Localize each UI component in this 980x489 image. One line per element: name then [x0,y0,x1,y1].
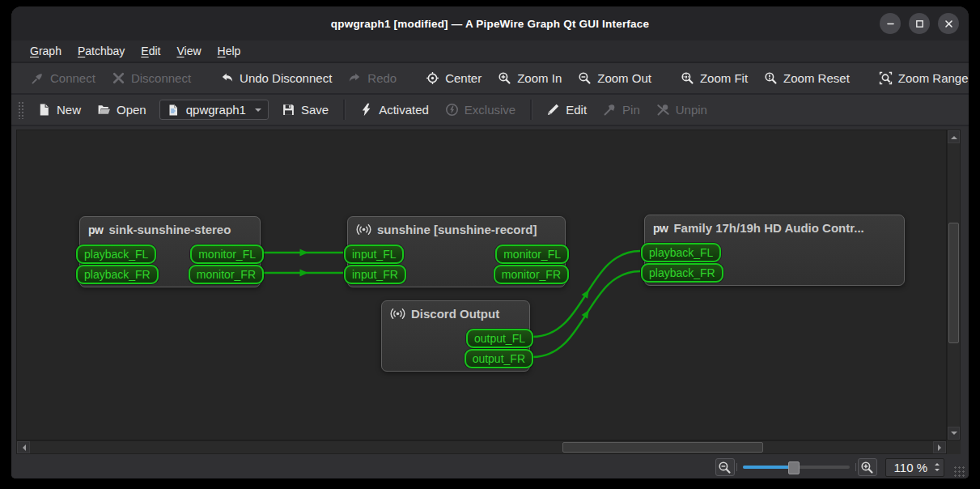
redo-icon [348,71,362,85]
node-discord-output[interactable]: Discord Outputoutput_FLoutput_FR [381,300,530,372]
zoom-reset-button[interactable]: Zoom Reset [756,67,858,89]
menu-graph[interactable]: Graph [23,43,69,59]
port-output-fr[interactable]: output_FR [465,349,533,368]
minimize-button[interactable] [880,13,901,34]
patchbay-file-value: qpwgraph1 [186,103,246,117]
node-title: Family 17h/19h HD Audio Contr... [673,221,863,235]
status-zoom-in-button[interactable] [858,458,877,476]
port-input-fr[interactable]: input_FR [344,265,406,284]
slider-handle[interactable] [788,461,800,474]
minimize-icon [886,19,895,28]
port-playback-fr[interactable]: playback_FR [641,263,723,283]
save-button[interactable]: Save [274,99,337,121]
toolbar-file: NewOpenqpwgraph1SaveActivatedExclusiveEd… [11,95,969,126]
port-playback-fr[interactable]: playback_FR [76,265,159,284]
patchbay-file-select[interactable]: qpwgraph1 [159,100,269,120]
new-button[interactable]: New [29,99,89,121]
slider-tick [855,463,856,471]
arrow-right-icon [938,444,944,451]
activated-button[interactable]: Activated [351,99,437,121]
scroll-right-button[interactable] [933,441,946,453]
edit-button[interactable]: Edit [538,99,595,121]
node-title: sink-sunshine-stereo [108,223,231,236]
unpin-button: Unpin [648,99,715,121]
scroll-down-button[interactable] [948,427,960,440]
document-icon [167,103,180,117]
node-family-17h-19h-hd-audio-contr[interactable]: pwFamily 17h/19h HD Audio Contr...playba… [644,215,905,286]
port-input-fl[interactable]: input_FL [344,244,404,264]
zoom-reset-icon [764,71,778,85]
scroll-up-button[interactable] [948,130,960,143]
status-zoom-out-button[interactable] [715,458,735,476]
toolbar-separator [530,100,532,120]
zoom-spinbox[interactable]: 110 % [885,458,944,477]
step-up-icon [935,461,940,466]
hscroll-thumb[interactable] [562,442,763,453]
port-playback-fl[interactable]: playback_FL [76,244,156,264]
node-header: pwsink-sunshine-stereo [80,217,260,236]
resize-grip[interactable] [953,466,965,477]
zoom-fit-button[interactable]: Zoom Fit [672,67,756,89]
zoom-in-button[interactable]: Zoom In [490,67,570,89]
close-button[interactable] [938,13,959,34]
graph-frame: pwsink-sunshine-stereoplayback_FLplaybac… [16,130,961,454]
menu-patchbay[interactable]: Patchbay [70,43,132,59]
zoom-range-button[interactable]: Zoom Range [871,67,969,89]
graph-canvas[interactable]: pwsink-sunshine-stereoplayback_FLplaybac… [16,130,947,440]
port-output-fl[interactable]: output_FL [466,329,533,348]
node-header: sunshine [sunshine-record] [348,217,565,236]
arrow-up-icon [951,133,957,139]
arrow-left-icon [19,444,26,451]
open-icon [97,103,111,117]
spinbox-steppers[interactable] [935,461,940,474]
undo-disconnect-button[interactable]: Undo Disconnect [212,67,340,89]
zoom-out-button[interactable]: Zoom Out [570,67,660,89]
vscroll-thumb[interactable] [948,223,959,343]
port-playback-fl[interactable]: playback_FL [641,243,721,262]
disconnect-icon [112,71,125,85]
menu-edit[interactable]: Edit [134,43,168,59]
toolbar-main: ConnectDisconnectUndo DisconnectRedoCent… [11,63,969,95]
broadcast-icon [390,308,405,320]
zoom-in-icon [498,71,511,85]
node-header: Discord Output [382,301,529,321]
zoom-slider[interactable] [743,461,850,474]
hscroll-track[interactable] [30,441,933,453]
maximize-icon [915,19,924,28]
broadcast-icon [356,223,371,236]
horizontal-scrollbar[interactable] [16,440,947,454]
open-button[interactable]: Open [89,99,155,121]
vscroll-track[interactable] [948,143,960,427]
node-sink-sunshine-stereo[interactable]: pwsink-sunshine-stereoplayback_FLplaybac… [79,216,261,287]
maximize-button[interactable] [909,13,930,34]
center-button[interactable]: Center [418,67,490,89]
titlebar[interactable]: qpwgraph1 [modified] — A PipeWire Graph … [11,6,969,40]
port-monitor-fr[interactable]: monitor_FR [494,265,569,284]
zoom-out-icon [578,71,592,85]
port-monitor-fl[interactable]: monitor_FL [190,244,264,264]
activated-icon [359,103,373,117]
node-sunshine-sunshine-record[interactable]: sunshine [sunshine-record]input_FLinput_… [347,216,566,287]
exclusive-button: Exclusive [437,99,524,121]
node-title: Discord Output [411,307,499,321]
scroll-left-button[interactable] [17,441,30,453]
center-icon [426,71,439,85]
zoom-range-icon [879,71,893,85]
menu-view[interactable]: View [169,43,208,59]
zoom-value: 110 % [894,461,927,474]
port-monitor-fl[interactable]: monitor_FL [495,244,569,264]
app-window: qpwgraph1 [modified] — A PipeWire Graph … [11,6,969,478]
pin-icon [603,103,617,117]
toolbar-handle[interactable] [18,101,24,119]
pipewire-icon: pw [653,222,668,235]
scrollbar-corner [947,440,961,454]
vertical-scrollbar[interactable] [947,130,961,440]
menu-help[interactable]: Help [210,43,248,59]
chevron-down-icon [255,108,261,115]
arrow-down-icon [951,432,957,438]
port-monitor-fr[interactable]: monitor_FR [189,265,264,284]
window-controls [880,13,959,34]
redo-button: Redo [340,67,405,89]
toolbar-separator [343,100,345,120]
window-title: qpwgraph1 [modified] — A PipeWire Graph … [331,18,649,30]
